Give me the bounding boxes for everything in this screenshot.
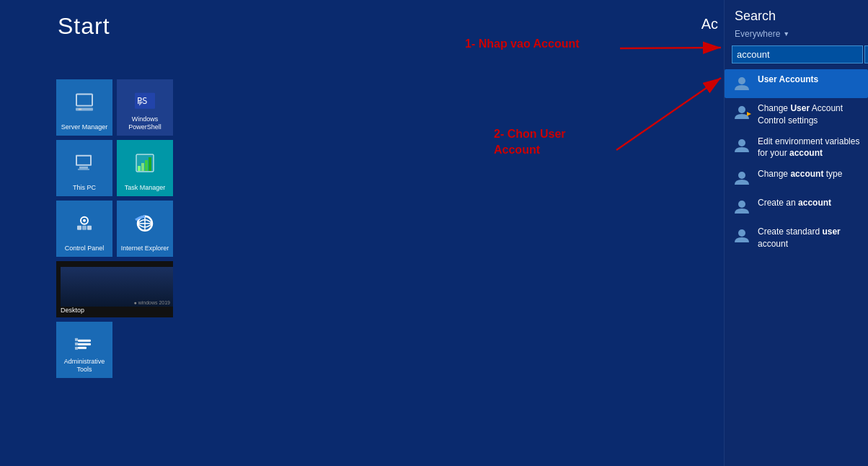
svg-rect-20: [87, 226, 92, 230]
tile-this-pc-label: This PC: [73, 184, 96, 192]
tile-desktop[interactable]: ● windows 2019 Desktop: [56, 261, 173, 317]
svg-rect-10: [78, 169, 89, 170]
search-title: Search: [725, 3, 868, 27]
tile-control-panel-label: Control Panel: [65, 245, 105, 252]
svg-point-33: [738, 139, 745, 146]
tile-internet-explorer[interactable]: Internet Explorer: [117, 201, 173, 257]
svg-rect-2: [76, 108, 93, 111]
ie-icon: [134, 213, 156, 239]
svg-rect-1: [77, 95, 92, 105]
tile-control-panel[interactable]: Control Panel: [56, 201, 112, 257]
svg-line-40: [616, 78, 721, 150]
result-edit-env-text: Edit environment variables for your acco…: [758, 136, 861, 160]
result-edit-env[interactable]: Edit environment variables for your acco…: [725, 131, 868, 164]
control-panel-icon: [74, 213, 95, 239]
task-manager-icon: [135, 153, 155, 178]
svg-marker-32: [747, 112, 751, 116]
svg-rect-18: [77, 226, 81, 230]
svg-point-35: [738, 201, 745, 208]
result-change-account-type[interactable]: Change account type: [725, 164, 868, 193]
powershell-icon: PS: [133, 92, 156, 118]
tile-powershell[interactable]: PS Windows PowerShell: [117, 79, 173, 136]
svg-line-39: [620, 48, 721, 48]
search-button[interactable]: 🔍: [864, 45, 868, 63]
svg-rect-29: [75, 347, 78, 350]
annotation-step1: 1- Nhap vao Account: [465, 38, 580, 50]
svg-rect-15: [149, 157, 151, 171]
create-account-icon: [732, 197, 752, 217]
tiles-area: Server Manager PS Windows PowerShell Thi…: [56, 79, 173, 378]
user-accounts-icon: [732, 74, 752, 94]
result-create-account-text: Create an account: [758, 197, 831, 209]
svg-rect-28: [75, 343, 78, 346]
tile-task-manager[interactable]: Task Manager: [117, 140, 173, 196]
change-user-account-icon: [732, 102, 752, 123]
this-pc-icon: [74, 152, 95, 179]
svg-rect-9: [79, 167, 88, 169]
tile-server-manager[interactable]: Server Manager: [56, 79, 112, 136]
result-create-standard-user-text: Create standard user account: [758, 226, 861, 250]
result-create-account[interactable]: Create an account: [725, 193, 868, 221]
tile-this-pc[interactable]: This PC: [56, 140, 112, 196]
tile-admin-tools[interactable]: Administrative Tools: [56, 322, 112, 378]
chevron-down-icon: ▼: [783, 30, 789, 38]
svg-rect-24: [78, 340, 91, 342]
result-change-user-account[interactable]: Change User Account Control settings: [725, 98, 868, 131]
svg-point-17: [83, 219, 86, 222]
result-user-accounts-text: User Accounts: [758, 74, 818, 86]
svg-rect-13: [141, 163, 144, 171]
svg-rect-19: [82, 226, 87, 230]
everywhere-label: Everywhere: [735, 29, 780, 39]
result-change-account-type-text: Change account type: [758, 168, 842, 180]
create-standard-user-icon: [732, 226, 752, 246]
svg-point-34: [738, 172, 745, 179]
tile-admin-tools-label: Administrative Tools: [56, 358, 112, 374]
edit-env-icon: [732, 136, 752, 156]
server-manager-icon: [73, 91, 96, 119]
everywhere-dropdown[interactable]: Everywhere ▼: [725, 27, 868, 41]
svg-rect-27: [75, 338, 78, 341]
svg-rect-25: [78, 343, 91, 346]
ac-text: Ac: [701, 16, 718, 32]
tile-desktop-label: Desktop: [61, 307, 84, 315]
right-panel: Search Everywhere ▼ 🔍 User Accounts Chan…: [724, 0, 868, 466]
svg-rect-12: [138, 166, 141, 171]
svg-point-30: [738, 77, 745, 84]
svg-rect-3: [79, 109, 81, 110]
svg-rect-8: [77, 157, 90, 164]
result-change-user-account-text: Change User Account Control settings: [758, 102, 861, 127]
search-input[interactable]: [732, 45, 863, 63]
svg-rect-14: [145, 160, 148, 171]
admin-tools-icon: [74, 334, 95, 361]
svg-point-36: [738, 229, 745, 237]
tile-server-manager-label: Server Manager: [61, 123, 108, 131]
svg-text:PS: PS: [137, 96, 147, 106]
tile-powershell-label: Windows PowerShell: [117, 115, 173, 131]
result-user-accounts[interactable]: User Accounts: [725, 69, 868, 98]
search-box-row: 🔍: [732, 45, 861, 63]
tile-ie-label: Internet Explorer: [121, 245, 169, 252]
annotation-step2: 2- Chon UserAccount: [494, 126, 566, 159]
change-account-type-icon: [732, 168, 752, 188]
svg-point-31: [738, 106, 745, 113]
tile-task-manager-label: Task Manager: [125, 184, 166, 192]
svg-rect-26: [78, 347, 87, 349]
start-title: Start: [58, 13, 110, 40]
result-create-standard-user[interactable]: Create standard user account: [725, 221, 868, 255]
